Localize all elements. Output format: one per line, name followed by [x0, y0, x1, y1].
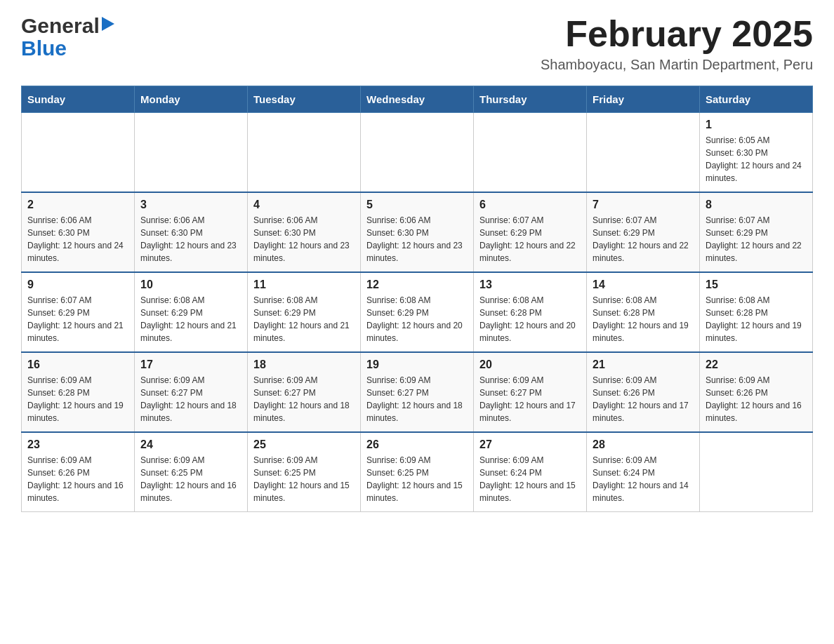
calendar-cell: 24Sunrise: 6:09 AM Sunset: 6:25 PM Dayli…: [135, 432, 248, 512]
day-number: 20: [479, 358, 581, 371]
day-info: Sunrise: 6:07 AM Sunset: 6:29 PM Dayligh…: [593, 214, 694, 264]
day-info: Sunrise: 6:09 AM Sunset: 6:25 PM Dayligh…: [140, 454, 241, 504]
calendar-cell: 9Sunrise: 6:07 AM Sunset: 6:29 PM Daylig…: [22, 272, 135, 352]
day-info: Sunrise: 6:08 AM Sunset: 6:29 PM Dayligh…: [140, 294, 241, 344]
weekday-header-wednesday: Wednesday: [361, 86, 474, 113]
day-info: Sunrise: 6:06 AM Sunset: 6:30 PM Dayligh…: [27, 214, 128, 264]
day-number: 5: [366, 199, 468, 211]
calendar-cell: 2Sunrise: 6:06 AM Sunset: 6:30 PM Daylig…: [22, 192, 135, 272]
calendar-cell: 27Sunrise: 6:09 AM Sunset: 6:24 PM Dayli…: [474, 432, 587, 512]
day-info: Sunrise: 6:08 AM Sunset: 6:29 PM Dayligh…: [253, 294, 355, 344]
day-info: Sunrise: 6:09 AM Sunset: 6:25 PM Dayligh…: [366, 454, 468, 504]
day-number: 10: [140, 279, 241, 291]
calendar-cell: 28Sunrise: 6:09 AM Sunset: 6:24 PM Dayli…: [587, 432, 700, 512]
calendar-cell: 5Sunrise: 6:06 AM Sunset: 6:30 PM Daylig…: [361, 192, 474, 272]
day-info: Sunrise: 6:07 AM Sunset: 6:29 PM Dayligh…: [27, 294, 128, 344]
calendar-cell: 19Sunrise: 6:09 AM Sunset: 6:27 PM Dayli…: [361, 352, 474, 432]
weekday-header-monday: Monday: [135, 86, 248, 113]
calendar-cell: [474, 113, 587, 193]
day-info: Sunrise: 6:09 AM Sunset: 6:26 PM Dayligh…: [27, 454, 128, 504]
weekday-header-sunday: Sunday: [22, 86, 135, 113]
calendar-cell: [22, 113, 135, 193]
day-info: Sunrise: 6:08 AM Sunset: 6:28 PM Dayligh…: [706, 294, 807, 344]
calendar-week-row: 1Sunrise: 6:05 AM Sunset: 6:30 PM Daylig…: [22, 113, 813, 193]
day-number: 12: [366, 279, 468, 291]
day-number: 17: [140, 358, 241, 371]
day-number: 1: [706, 119, 807, 131]
day-info: Sunrise: 6:05 AM Sunset: 6:30 PM Dayligh…: [706, 134, 807, 185]
day-number: 27: [479, 438, 581, 451]
calendar-week-row: 16Sunrise: 6:09 AM Sunset: 6:28 PM Dayli…: [22, 352, 813, 432]
day-info: Sunrise: 6:09 AM Sunset: 6:24 PM Dayligh…: [479, 454, 581, 504]
calendar-cell: 16Sunrise: 6:09 AM Sunset: 6:28 PM Dayli…: [22, 352, 135, 432]
day-number: 11: [253, 279, 355, 291]
day-info: Sunrise: 6:09 AM Sunset: 6:26 PM Dayligh…: [593, 374, 694, 424]
day-number: 19: [366, 358, 468, 371]
calendar-cell: 4Sunrise: 6:06 AM Sunset: 6:30 PM Daylig…: [248, 192, 361, 272]
calendar-cell: [700, 432, 813, 512]
day-number: 3: [140, 199, 241, 211]
weekday-header-saturday: Saturday: [700, 86, 813, 113]
day-info: Sunrise: 6:07 AM Sunset: 6:29 PM Dayligh…: [706, 214, 807, 264]
calendar-cell: [361, 113, 474, 193]
calendar-cell: 14Sunrise: 6:08 AM Sunset: 6:28 PM Dayli…: [587, 272, 700, 352]
day-info: Sunrise: 6:08 AM Sunset: 6:29 PM Dayligh…: [366, 294, 468, 344]
calendar-cell: 1Sunrise: 6:05 AM Sunset: 6:30 PM Daylig…: [700, 113, 813, 193]
day-info: Sunrise: 6:09 AM Sunset: 6:27 PM Dayligh…: [479, 374, 581, 424]
logo: General Blue: [21, 14, 114, 59]
day-number: 21: [593, 358, 694, 371]
svg-marker-0: [102, 17, 114, 31]
day-number: 25: [253, 438, 355, 451]
calendar-cell: 17Sunrise: 6:09 AM Sunset: 6:27 PM Dayli…: [135, 352, 248, 432]
calendar-cell: 25Sunrise: 6:09 AM Sunset: 6:25 PM Dayli…: [248, 432, 361, 512]
day-number: 15: [706, 279, 807, 291]
subtitle: Shamboyacu, San Martin Department, Peru: [541, 57, 813, 73]
calendar-cell: 13Sunrise: 6:08 AM Sunset: 6:28 PM Dayli…: [474, 272, 587, 352]
day-info: Sunrise: 6:06 AM Sunset: 6:30 PM Dayligh…: [140, 214, 241, 264]
calendar-cell: 6Sunrise: 6:07 AM Sunset: 6:29 PM Daylig…: [474, 192, 587, 272]
calendar-week-row: 9Sunrise: 6:07 AM Sunset: 6:29 PM Daylig…: [22, 272, 813, 352]
calendar-cell: [587, 113, 700, 193]
logo-blue-text: Blue: [21, 38, 67, 59]
day-info: Sunrise: 6:06 AM Sunset: 6:30 PM Dayligh…: [366, 214, 468, 264]
day-number: 22: [706, 358, 807, 371]
day-number: 28: [593, 438, 694, 451]
day-number: 2: [27, 199, 128, 211]
weekday-header-row: SundayMondayTuesdayWednesdayThursdayFrid…: [22, 86, 813, 113]
day-number: 16: [27, 358, 128, 371]
weekday-header-tuesday: Tuesday: [248, 86, 361, 113]
day-info: Sunrise: 6:09 AM Sunset: 6:27 PM Dayligh…: [366, 374, 468, 424]
calendar-cell: 22Sunrise: 6:09 AM Sunset: 6:26 PM Dayli…: [700, 352, 813, 432]
weekday-header-friday: Friday: [587, 86, 700, 113]
title-area: February 2025 Shamboyacu, San Martin Dep…: [541, 14, 813, 73]
day-info: Sunrise: 6:09 AM Sunset: 6:26 PM Dayligh…: [706, 374, 807, 424]
calendar-cell: 21Sunrise: 6:09 AM Sunset: 6:26 PM Dayli…: [587, 352, 700, 432]
calendar-cell: 12Sunrise: 6:08 AM Sunset: 6:29 PM Dayli…: [361, 272, 474, 352]
calendar-cell: [248, 113, 361, 193]
day-number: 26: [366, 438, 468, 451]
day-info: Sunrise: 6:06 AM Sunset: 6:30 PM Dayligh…: [253, 214, 355, 264]
calendar-table: SundayMondayTuesdayWednesdayThursdayFrid…: [21, 86, 813, 512]
logo-general-text: General: [21, 14, 100, 38]
calendar-cell: 18Sunrise: 6:09 AM Sunset: 6:27 PM Dayli…: [248, 352, 361, 432]
calendar-cell: 20Sunrise: 6:09 AM Sunset: 6:27 PM Dayli…: [474, 352, 587, 432]
day-number: 4: [253, 199, 355, 211]
day-info: Sunrise: 6:07 AM Sunset: 6:29 PM Dayligh…: [479, 214, 581, 264]
day-info: Sunrise: 6:09 AM Sunset: 6:24 PM Dayligh…: [593, 454, 694, 504]
day-info: Sunrise: 6:09 AM Sunset: 6:27 PM Dayligh…: [253, 374, 355, 424]
calendar-cell: 3Sunrise: 6:06 AM Sunset: 6:30 PM Daylig…: [135, 192, 248, 272]
calendar-week-row: 23Sunrise: 6:09 AM Sunset: 6:26 PM Dayli…: [22, 432, 813, 512]
day-number: 6: [479, 199, 581, 211]
page-title: February 2025: [541, 14, 813, 54]
day-number: 7: [593, 199, 694, 211]
day-number: 13: [479, 279, 581, 291]
calendar-cell: [135, 113, 248, 193]
calendar-cell: 7Sunrise: 6:07 AM Sunset: 6:29 PM Daylig…: [587, 192, 700, 272]
logo-triangle-icon: [102, 17, 114, 34]
day-number: 8: [706, 199, 807, 211]
day-number: 9: [27, 279, 128, 291]
calendar-cell: 15Sunrise: 6:08 AM Sunset: 6:28 PM Dayli…: [700, 272, 813, 352]
calendar-week-row: 2Sunrise: 6:06 AM Sunset: 6:30 PM Daylig…: [22, 192, 813, 272]
day-info: Sunrise: 6:09 AM Sunset: 6:25 PM Dayligh…: [253, 454, 355, 504]
calendar-cell: 8Sunrise: 6:07 AM Sunset: 6:29 PM Daylig…: [700, 192, 813, 272]
